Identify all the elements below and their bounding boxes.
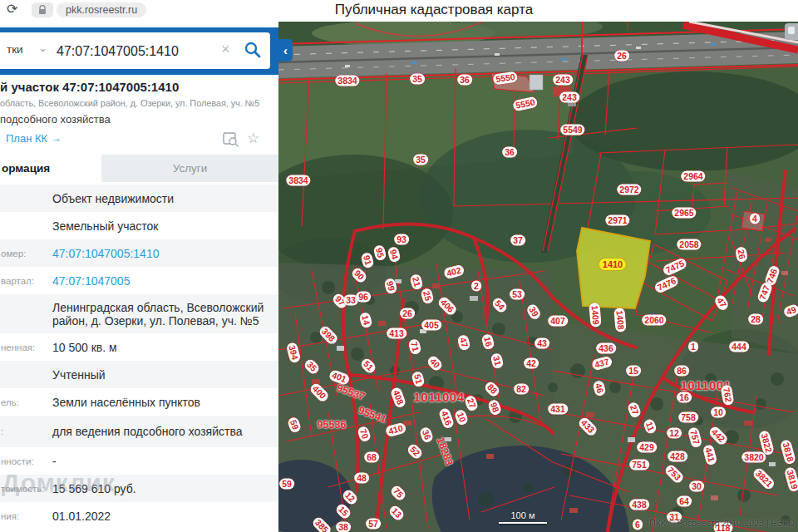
map-parcel-label[interactable]: 3819 [784,466,798,493]
map-parcel-label[interactable]: 26 [614,51,629,62]
map-parcel-label[interactable]: 82 [514,384,529,395]
map[interactable]: 3834353655505550243243265549383435362964… [278,22,798,532]
map-parcel-label[interactable]: 47 [456,334,470,351]
map-parcel-label[interactable]: 13 [387,504,406,522]
map-parcel-label[interactable]: 98 [487,398,502,416]
chevron-down-icon[interactable]: ⌄ [38,42,47,54]
map-parcel-label[interactable]: 405 [421,320,441,331]
map-parcel-label[interactable]: 47 [713,293,730,312]
quarter-label[interactable]: 95541 [357,404,387,425]
map-parcel-label[interactable]: 416 [438,407,455,430]
map-parcel-label[interactable]: 438 [629,500,649,510]
map-parcel-label[interactable]: 398 [318,324,339,346]
map-parcel-label[interactable]: 751 [629,460,649,470]
map-parcel-label[interactable]: 53 [510,289,525,300]
map-parcel-label[interactable]: 51 [411,371,425,387]
map-parcel-label[interactable]: 400 [308,382,330,403]
map-parcel-label[interactable]: 243 [553,75,573,86]
map-parcel-label[interactable]: 37 [510,235,525,246]
map-parcel-label[interactable]: 413 [387,328,406,339]
quarter-label[interactable]: 18283 [434,436,455,466]
map-parcel-label[interactable]: 96 [356,292,371,303]
map-parcel-label[interactable]: 4 [750,214,760,224]
search-icon[interactable] [244,41,262,62]
selected-parcel-label[interactable]: 1410 [599,259,626,270]
preview-icon[interactable] [223,132,239,150]
map-parcel-label[interactable]: 57 [366,519,381,530]
map-parcel-label[interactable]: 2972 [617,185,641,195]
map-parcel-label[interactable]: 49 [782,303,798,318]
map-parcel-label[interactable]: 31 [490,352,504,369]
map-parcel-label[interactable]: 433 [577,416,598,437]
map-parcel-label[interactable]: 385 [311,515,332,532]
url-bar[interactable]: pkk.rosreestr.ru [57,2,146,17]
map-parcel-label[interactable]: 394 [286,342,302,363]
map-parcel-label[interactable]: 12 [667,428,682,439]
quarter-label[interactable]: 1011004 [413,390,464,404]
map-parcel-label[interactable]: 3821 [751,466,776,491]
map-parcel-label[interactable]: 42 [524,358,539,369]
map-parcel-label[interactable]: 99 [383,278,397,294]
map-parcel-label[interactable]: 7475 [662,257,688,277]
map-parcel-label[interactable]: 35 [413,155,428,165]
map-parcel-label[interactable]: 35 [410,74,425,85]
reload-icon[interactable]: ⟳ [7,1,17,17]
map-parcel-label[interactable]: 88 [483,380,501,398]
map-parcel-label[interactable]: 11 [643,418,658,436]
map-parcel-label[interactable]: 94 [387,246,401,263]
map-parcel-label[interactable]: 16 [677,392,692,403]
map-parcel-label[interactable]: 93 [394,234,409,245]
map-parcel-label[interactable]: 5550 [493,71,519,86]
map-parcel-label[interactable]: 441 [702,444,718,466]
map-parcel-label[interactable]: 28 [748,314,763,325]
map-parcel-label[interactable]: 59 [279,479,294,490]
map-parcel-label[interactable]: 36 [457,75,472,86]
map-parcel-label[interactable]: 2060 [642,315,666,326]
map-parcel-label[interactable]: 5550 [512,96,538,112]
row-value-link[interactable]: 47:07:1047005 [52,274,278,288]
map-parcel-label[interactable]: 54 [490,296,509,314]
map-parcel-label[interactable]: 1408 [613,308,627,332]
map-parcel-label[interactable]: 406 [436,295,458,317]
map-parcel-label[interactable]: 48 [354,473,369,484]
map-parcel-label[interactable]: 410 [385,422,406,438]
map-parcel-label[interactable]: 762 [721,384,735,405]
star-icon[interactable]: ☆ [247,130,259,147]
map-parcel-label[interactable]: 10 [711,407,726,418]
map-parcel-label[interactable]: 7476 [653,274,680,294]
map-parcel-label[interactable]: 91 [360,252,374,268]
map-parcel-label[interactable]: 70 [357,425,372,442]
map-parcel-label[interactable]: 3818 [780,439,796,466]
map-parcel-label[interactable]: 51 [359,357,377,375]
plan-kk-link[interactable]: План КК → [6,132,62,145]
map-parcel-label[interactable]: 86 [674,366,689,377]
map-parcel-label[interactable]: 27 [627,401,642,418]
map-parcel-label[interactable]: 2964 [681,171,705,182]
map-parcel-label[interactable]: 21 [409,273,423,290]
map-parcel-label[interactable]: 26 [735,246,748,263]
device-icon[interactable] [785,23,798,40]
map-parcel-label[interactable]: 753 [663,463,685,485]
map-parcel-label[interactable]: 429 [637,442,657,453]
map-parcel-label[interactable]: 75 [389,484,407,502]
map-parcel-label[interactable]: 3834 [335,76,359,86]
map-parcel-label[interactable]: 402 [443,264,465,280]
map-parcel-label[interactable]: 52 [406,442,424,461]
lock-badge[interactable] [32,2,53,17]
search-category-dropdown[interactable]: тки [7,43,23,56]
map-parcel-label[interactable]: 30 [689,481,704,492]
map-parcel-label[interactable]: 407 [548,316,568,327]
quarter-label[interactable]: 95536 [318,419,347,431]
map-parcel-label[interactable]: 46 [592,380,606,397]
map-parcel-label[interactable]: 431 [548,404,568,415]
map-parcel-label[interactable]: 25 [420,288,434,304]
map-parcel-label[interactable]: 437 [591,356,613,372]
map-parcel-label[interactable]: 758 [678,412,698,423]
map-parcel-label[interactable]: 436 [596,343,616,354]
map-parcel-label[interactable]: 15 [626,366,641,377]
map-parcel-label[interactable]: 2 [471,281,481,292]
map-parcel-label[interactable]: 15 [334,502,352,520]
map-parcel-label[interactable]: 408 [390,387,406,409]
map-parcel-label[interactable]: 3834 [286,175,310,186]
map-parcel-label[interactable]: 71 [407,338,421,355]
